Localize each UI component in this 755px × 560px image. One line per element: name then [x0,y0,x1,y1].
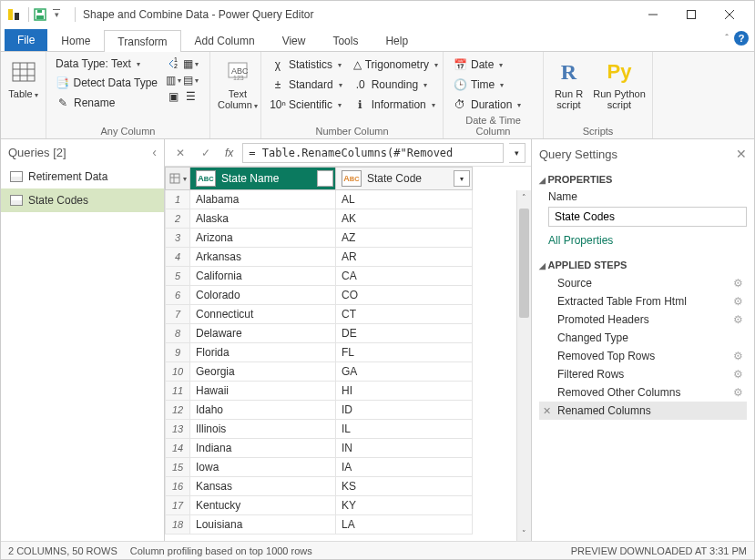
tab-help[interactable]: Help [372,29,422,51]
detect-datatype-button[interactable]: 📑Detect Data Type [52,74,161,92]
cell-state-name[interactable]: Kansas [190,477,336,496]
date-button[interactable]: 📅Date▾ [449,56,525,74]
datatype-button[interactable]: Data Type: Text▾ [52,56,161,72]
collapse-ribbon-icon[interactable]: ˆ [725,33,729,44]
applied-step[interactable]: Changed Type [539,329,747,347]
cell-state-code[interactable]: AR [336,248,473,267]
cell-state-code[interactable]: CO [336,286,473,305]
scroll-down-icon[interactable]: ˅ [517,526,531,541]
unpivot-button[interactable]: ▤▾ [182,72,199,88]
table-row[interactable]: 14IndianaIN [165,439,516,458]
cell-state-name[interactable]: Arkansas [190,248,336,267]
table-row[interactable]: 17KentuckyKY [165,496,516,515]
maximize-button[interactable] [672,2,710,27]
table-row[interactable]: 7ConnecticutCT [165,305,516,324]
cell-state-code[interactable]: HI [336,382,473,401]
text-column-button[interactable]: ABC123 Text Column▾ [216,56,260,113]
fill-button[interactable]: ▦▾ [182,56,199,72]
type-text-icon[interactable]: ABC [342,170,362,187]
pivot-button[interactable]: ▥▾ [165,72,181,88]
cell-state-name[interactable]: Delaware [190,324,336,343]
applied-step[interactable]: Source⚙ [539,274,747,292]
cell-state-code[interactable]: AL [336,190,473,209]
save-icon[interactable] [33,7,47,22]
cell-state-name[interactable]: Connecticut [190,305,336,324]
cell-state-name[interactable]: Louisiana [190,515,336,535]
tab-transform[interactable]: Transform [104,30,180,52]
table-row[interactable]: 9FloridaFL [165,343,516,362]
table-row[interactable]: 15IowaIA [165,458,516,477]
table-row[interactable]: 3ArizonaAZ [165,229,516,248]
cell-state-name[interactable]: Georgia [190,362,336,382]
formula-input[interactable] [242,143,504,163]
scroll-up-icon[interactable]: ˄ [517,190,531,205]
gear-icon[interactable]: ⚙ [733,368,743,381]
cell-state-name[interactable]: Colorado [190,286,336,305]
scientific-button[interactable]: 10ⁿScientific▾ [267,96,346,114]
information-button[interactable]: ℹInformation▾ [350,96,441,114]
applied-step[interactable]: Filtered Rows⚙ [539,365,747,383]
filter-icon[interactable]: ▾ [454,170,470,187]
help-icon[interactable]: ? [734,31,749,46]
run-r-button[interactable]: R Run R script [549,56,588,112]
select-all-corner[interactable]: ▾ [165,167,190,190]
cell-state-code[interactable]: IN [336,439,473,458]
replace-values-button[interactable]: 12 [165,56,181,72]
vertical-scrollbar[interactable]: ˄ ˅ [516,190,531,541]
tab-file[interactable]: File [5,29,47,51]
cell-state-name[interactable]: Idaho [190,401,336,420]
accept-formula-icon[interactable]: ✓ [196,143,216,163]
tab-add-column[interactable]: Add Column [181,29,269,51]
cell-state-name[interactable]: Indiana [190,439,336,458]
cell-state-name[interactable]: Arizona [190,229,336,248]
table-row[interactable]: 8DelawareDE [165,324,516,343]
cell-state-code[interactable]: IA [336,458,473,477]
cell-state-code[interactable]: FL [336,343,473,362]
convert-list-button[interactable]: ☰ [182,88,199,105]
table-row[interactable]: 2AlaskaAK [165,209,516,229]
cell-state-name[interactable]: Florida [190,343,336,362]
minimize-button[interactable] [634,2,672,27]
table-button[interactable]: Table▾ [6,56,40,102]
cell-state-code[interactable]: CT [336,305,473,324]
cell-state-name[interactable]: Alabama [190,190,336,209]
statistics-button[interactable]: χStatistics▾ [267,56,346,74]
rename-button[interactable]: ✎Rename [52,94,161,112]
type-text-icon[interactable]: ABC [196,170,216,187]
duration-button[interactable]: ⏱Duration▾ [449,96,525,114]
delete-step-icon[interactable]: ✕ [543,405,551,417]
applied-step[interactable]: ✕Renamed Columns [539,402,747,420]
run-python-button[interactable]: Py Run Python script [592,56,647,112]
table-row[interactable]: 10GeorgiaGA [165,362,516,382]
gear-icon[interactable]: ⚙ [733,313,743,326]
time-button[interactable]: 🕒Time▾ [449,76,525,94]
qat-dropdown-icon[interactable]: ▾ [53,7,67,22]
tab-home[interactable]: Home [47,29,104,51]
cell-state-name[interactable]: Kentucky [190,496,336,515]
query-item-statecodes[interactable]: State Codes [1,188,164,212]
collapse-queries-icon[interactable]: ‹ [152,145,157,159]
gear-icon[interactable]: ⚙ [733,295,743,308]
scroll-thumb[interactable] [519,209,529,318]
all-properties-link[interactable]: All Properties [548,227,747,254]
cell-state-code[interactable]: AZ [336,229,473,248]
close-button[interactable] [710,2,749,27]
table-row[interactable]: 4ArkansasAR [165,248,516,267]
cell-state-code[interactable]: IL [336,420,473,439]
applied-step[interactable]: Removed Other Columns⚙ [539,383,747,402]
cell-state-name[interactable]: Hawaii [190,382,336,401]
table-row[interactable]: 11HawaiiHI [165,382,516,401]
column-header-state-code[interactable]: ABC State Code ▾ [336,167,473,190]
cell-state-name[interactable]: California [190,267,336,286]
applied-step[interactable]: Promoted Headers⚙ [539,311,747,329]
applied-steps-section-header[interactable]: APPLIED STEPS [539,254,747,274]
gear-icon[interactable]: ⚙ [733,386,743,399]
cell-state-name[interactable]: Iowa [190,458,336,477]
move-button[interactable]: ▣ [165,88,181,105]
cell-state-code[interactable]: CA [336,267,473,286]
table-row[interactable]: 5CaliforniaCA [165,267,516,286]
table-row[interactable]: 18LouisianaLA [165,515,516,535]
gear-icon[interactable]: ⚙ [733,350,743,362]
cell-state-name[interactable]: Illinois [190,420,336,439]
table-row[interactable]: 1AlabamaAL [165,190,516,209]
